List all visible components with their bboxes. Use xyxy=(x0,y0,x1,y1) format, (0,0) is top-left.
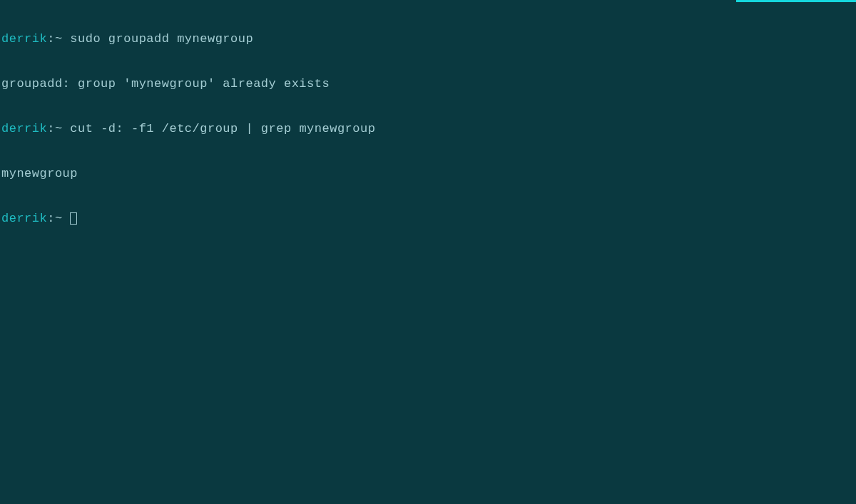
prompt-path: ~ xyxy=(55,212,63,225)
terminal-output-line: mynewgroup xyxy=(1,166,855,181)
prompt-user: derrik xyxy=(1,122,47,135)
prompt-end xyxy=(63,122,71,135)
command-text: cut -d: -f1 /etc/group | grep mynewgroup xyxy=(70,122,375,135)
prompt-user: derrik xyxy=(1,212,47,225)
prompt-separator: : xyxy=(47,32,55,46)
command-text: sudo groupadd mynewgroup xyxy=(70,32,253,46)
terminal-output-area[interactable]: derrik:~ sudo groupadd mynewgroup groupa… xyxy=(1,1,855,241)
prompt-end xyxy=(63,32,71,46)
prompt-separator: : xyxy=(47,212,55,225)
prompt-separator: : xyxy=(47,122,55,135)
prompt-path: ~ xyxy=(55,32,63,46)
window-accent-bar xyxy=(736,0,856,2)
terminal-output-line: groupadd: group 'mynewgroup' already exi… xyxy=(1,76,855,91)
terminal-line: derrik:~ cut -d: -f1 /etc/group | grep m… xyxy=(1,121,855,136)
terminal-line: derrik:~ xyxy=(1,211,855,226)
terminal-line: derrik:~ sudo groupadd mynewgroup xyxy=(1,31,855,46)
prompt-path: ~ xyxy=(55,122,63,135)
prompt-user: derrik xyxy=(1,32,47,46)
cursor-block-icon[interactable] xyxy=(70,212,77,225)
prompt-end xyxy=(63,212,71,225)
